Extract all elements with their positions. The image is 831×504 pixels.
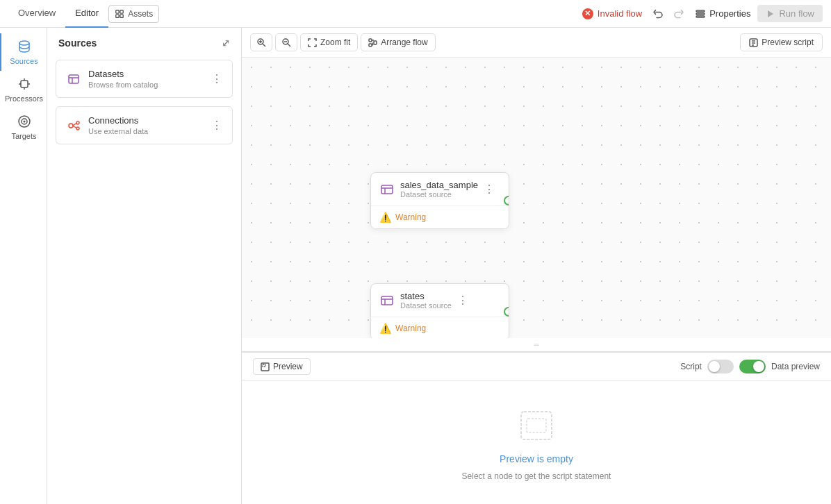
- svg-line-24: [73, 126, 76, 128]
- properties-button[interactable]: Properties: [688, 6, 757, 22]
- tab-editor[interactable]: Editor: [65, 0, 108, 28]
- svg-line-30: [288, 44, 290, 47]
- node2-menu[interactable]: ⋮: [457, 294, 468, 307]
- svg-rect-2: [116, 14, 119, 17]
- node2-icon: [379, 293, 395, 308]
- invalid-icon: ✕: [582, 8, 593, 19]
- connections-icon: [66, 118, 81, 133]
- svg-rect-5: [696, 13, 705, 15]
- svg-point-16: [23, 121, 25, 123]
- tab-assets[interactable]: Assets: [108, 5, 159, 23]
- svg-rect-42: [381, 185, 393, 194]
- node1-connector[interactable]: [504, 196, 509, 205]
- svg-rect-1: [120, 10, 123, 12]
- svg-rect-0: [116, 10, 119, 12]
- preview-tab-button[interactable]: Preview: [253, 358, 311, 375]
- svg-rect-51: [527, 419, 546, 432]
- node1-icon: [379, 182, 395, 197]
- svg-line-23: [73, 123, 76, 126]
- canvas-area: Zoom fit Arrange flow Preview script: [242, 28, 831, 504]
- datasets-text: Datasets Browse from catalog: [88, 69, 204, 89]
- svg-marker-7: [768, 10, 773, 17]
- script-toggle[interactable]: [707, 360, 734, 373]
- node2-connector[interactable]: [504, 307, 509, 317]
- bottom-area: Preview Script Data preview: [242, 351, 831, 504]
- svg-rect-50: [521, 412, 552, 439]
- svg-rect-33: [369, 44, 372, 47]
- arrange-flow-button[interactable]: Arrange flow: [361, 33, 435, 51]
- preview-empty: Preview is empty Select a node to get th…: [242, 381, 831, 504]
- sidebar-item-processors[interactable]: Processors: [0, 71, 47, 108]
- drag-handle[interactable]: ═: [242, 338, 831, 351]
- node2-warning: ⚠️ Warning: [371, 317, 509, 338]
- svg-rect-9: [21, 81, 28, 87]
- node1-warning: ⚠️ Warning: [371, 206, 509, 228]
- canvas-toolbar: Zoom fit Arrange flow Preview script: [242, 28, 831, 58]
- redo-button[interactable]: [668, 6, 688, 22]
- sidebar-item-targets[interactable]: Targets: [0, 108, 47, 146]
- svg-point-8: [19, 41, 29, 45]
- undo-button[interactable]: [649, 6, 668, 22]
- datasets-icon: [66, 72, 81, 87]
- svg-rect-32: [369, 39, 372, 42]
- zoom-out-button[interactable]: [275, 33, 297, 51]
- flow-node-sales[interactable]: sales_data_sample Dataset source ⋮ ⚠️ Wa…: [370, 172, 509, 229]
- zoom-fit-button[interactable]: Zoom fit: [300, 33, 358, 51]
- svg-rect-17: [69, 75, 79, 83]
- node1-text: sales_data_sample Dataset source: [400, 180, 478, 199]
- canvas-body[interactable]: sales_data_sample Dataset source ⋮ ⚠️ Wa…: [242, 58, 831, 338]
- node1-menu[interactable]: ⋮: [484, 183, 495, 196]
- panel-header: Sources ⤢: [47, 28, 241, 56]
- bottom-toolbar: Preview Script Data preview: [242, 353, 831, 381]
- svg-rect-49: [263, 364, 265, 367]
- top-nav: Overview Editor Assets ✕ Invalid flow Pr…: [0, 0, 831, 28]
- sidebar-item-sources[interactable]: Sources: [0, 33, 47, 71]
- svg-rect-6: [696, 16, 705, 17]
- invalid-flow-button[interactable]: ✕ Invalid flow: [575, 6, 649, 22]
- warning2-icon: ⚠️: [379, 323, 391, 334]
- zoom-in-button[interactable]: [250, 33, 272, 51]
- run-flow-button[interactable]: Run flow: [757, 5, 823, 22]
- left-sidebar: Sources Processors Targets: [0, 28, 47, 504]
- assets-icon: [115, 9, 124, 19]
- svg-rect-34: [374, 41, 377, 44]
- datasets-menu-icon[interactable]: ⋮: [211, 72, 222, 85]
- sources-icon: [17, 39, 32, 54]
- processors-icon: [17, 76, 32, 92]
- svg-rect-4: [696, 10, 705, 12]
- preview-script-button[interactable]: Preview script: [740, 33, 823, 51]
- node2-header: states Dataset source ⋮: [371, 284, 509, 317]
- connections-card[interactable]: Connections Use external data ⋮: [56, 106, 233, 144]
- connections-menu-icon[interactable]: ⋮: [211, 119, 222, 132]
- flow-node-states[interactable]: states Dataset source ⋮ ⚠️ Warning: [370, 283, 509, 338]
- svg-point-20: [69, 124, 73, 128]
- expand-icon[interactable]: ⤢: [222, 37, 230, 49]
- warning1-icon: ⚠️: [379, 212, 391, 223]
- toggle-group: Script Data preview: [680, 360, 820, 373]
- data-preview-toggle[interactable]: [739, 360, 766, 373]
- targets-icon: [17, 114, 32, 129]
- sources-panel: Sources ⤢ Datasets Browse from catalog ⋮: [47, 28, 242, 504]
- node1-header: sales_data_sample Dataset source ⋮: [371, 173, 509, 206]
- node2-text: states Dataset source: [400, 291, 452, 310]
- svg-rect-45: [381, 296, 393, 305]
- svg-line-26: [263, 44, 265, 47]
- connections-text: Connections Use external data: [88, 115, 204, 135]
- svg-point-22: [76, 127, 79, 130]
- empty-preview-icon: [516, 405, 557, 446]
- main-area: Sources Processors Targets Sources ⤢: [0, 28, 831, 504]
- tab-overview[interactable]: Overview: [8, 0, 65, 28]
- svg-rect-3: [120, 14, 123, 17]
- datasets-card[interactable]: Datasets Browse from catalog ⋮: [56, 60, 233, 98]
- svg-point-21: [76, 121, 79, 124]
